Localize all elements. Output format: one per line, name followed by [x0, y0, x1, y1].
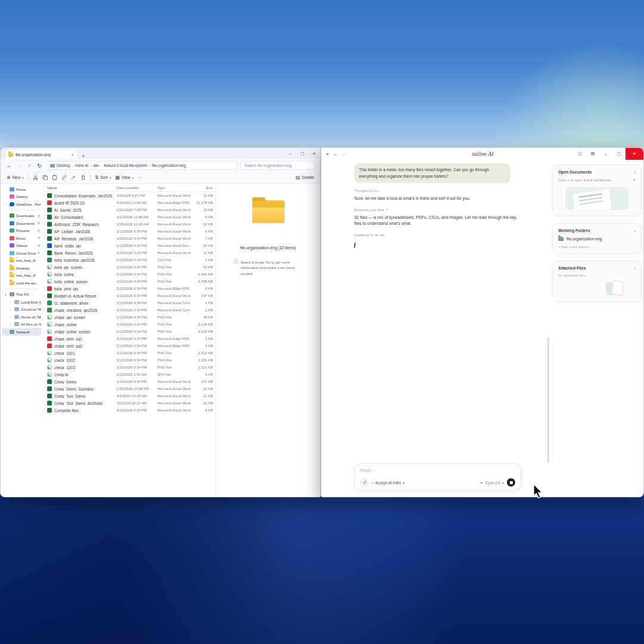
file-row[interactable]: Cindy_Demo 2/13/2026 9:34 PM Microsoft E…: [42, 378, 215, 385]
breadcrumb-item[interactable]: file-organization-eng: [152, 163, 186, 168]
sidebar-item[interactable]: multi-file-workflow: [2, 279, 41, 287]
view-button[interactable]: ▦ View ▾: [116, 175, 134, 180]
chevron-down-icon[interactable]: ▾: [634, 267, 636, 270]
sidebar-item[interactable]: Documents: [2, 219, 41, 227]
up-icon[interactable]: ↑: [26, 163, 33, 169]
more-options-icon[interactable]: ⋯: [138, 175, 142, 180]
breadcrumb-item[interactable]: Desktop: [57, 163, 70, 168]
explored-toggle[interactable]: Explored your files ▾: [354, 208, 522, 212]
tab-close-icon[interactable]: ✕: [71, 153, 74, 157]
file-row[interactable]: Cindy_Tool_Demo 3/4/2026 12:25 AM Micros…: [42, 392, 215, 400]
file-row[interactable]: Budget vs. Actual Report 2/13/2026 9:34 …: [42, 292, 215, 299]
back-icon[interactable]: ←: [333, 151, 338, 157]
file-row[interactable]: AR_Receipts_Jan2026 2/13/2026 9:34 PM Mi…: [42, 235, 215, 242]
sidebar-item[interactable]: › Network: [2, 328, 41, 336]
file-row[interactable]: acaldi IR 2023 Q1 6/24/2021 2:04 AM Micr…: [42, 199, 215, 206]
file-row[interactable]: cc_statement_amex 2/13/2026 9:34 PM Micr…: [42, 299, 215, 306]
minimize-button[interactable]: –: [599, 148, 612, 160]
sort-button[interactable]: ⇅ Sort ▾: [95, 175, 112, 180]
refresh-icon[interactable]: ↻: [36, 163, 43, 169]
file-row[interactable]: AI_Sands_2025 2/21/2026 7:28 PM Microsof…: [42, 206, 215, 213]
file-row[interactable]: check_1001 2/13/2026 9:34 PM PNG File 2,…: [42, 349, 215, 357]
file-row[interactable]: bank_notes_jan 2/13/2026 9:34 PM Microso…: [42, 242, 215, 249]
layout-icon[interactable]: ▤: [586, 148, 599, 160]
chevron-down-icon[interactable]: ▾: [634, 171, 636, 174]
cut-icon[interactable]: [33, 175, 38, 180]
stop-button[interactable]: [507, 478, 515, 487]
delete-icon[interactable]: [80, 175, 86, 180]
file-row[interactable]: chase_jan_screen 2/13/2026 9:34 PM PNG F…: [42, 314, 215, 321]
file-row[interactable]: Cindy_Demo_Scenario 2/15/2026 10:08 PM M…: [42, 385, 215, 392]
menu-icon[interactable]: ≡: [326, 151, 329, 157]
file-row[interactable]: chase_online 2/13/2026 9:34 PM PNG File …: [42, 321, 215, 328]
new-button[interactable]: ⊕ New ▾: [7, 175, 24, 180]
forward-icon[interactable]: →: [342, 151, 346, 157]
sidebar-item[interactable]: › Home on 'Mac' (Y:): [2, 313, 41, 321]
chat-scrollbar[interactable]: [547, 338, 549, 463]
file-row[interactable]: Cindy AI 2/22/2026 1:31 AM JPG File 9 KB: [42, 371, 215, 378]
close-button[interactable]: ✕: [308, 151, 320, 156]
minimize-button[interactable]: –: [284, 151, 296, 156]
file-row[interactable]: check_1002 2/13/2026 9:34 PM PNG File 2,…: [42, 357, 215, 364]
file-row[interactable]: Cindy_Tool_Demo_Archived 3/2/2026 12:21 …: [42, 400, 215, 407]
rename-icon[interactable]: [61, 175, 67, 180]
sidebar-item[interactable]: Videos: [2, 242, 41, 250]
explorer-tab[interactable]: file-organization-eng ✕: [5, 150, 77, 159]
search-input[interactable]: Search file-organization-eng: [240, 161, 315, 170]
model-selector[interactable]: ✦ Opus 4.6 ▾: [480, 481, 504, 485]
file-row[interactable]: check_1003 2/13/2026 9:34 PM PNG File 2,…: [42, 364, 215, 371]
add-folder-button[interactable]: + Add more folders...: [558, 244, 636, 249]
column-name[interactable]: Name: [42, 185, 117, 190]
sidebar-item[interactable]: Gallery: [2, 193, 41, 201]
breadcrumb-item[interactable]: feature-2-local-file-system: [104, 163, 147, 168]
file-row[interactable]: Consolidated_Expenses_Jan2026 3/9/2026 5…: [42, 192, 215, 199]
sidebar-item[interactable]: test_hwp_files: [2, 272, 41, 280]
close-button[interactable]: ✕: [626, 148, 643, 160]
maximize-button[interactable]: ▢: [296, 151, 308, 156]
file-row[interactable]: All_Consolidated 3/12/2026 11:48 AM Micr…: [42, 213, 215, 221]
accept-all-edits-button[interactable]: » Accept all edits ▾: [371, 481, 404, 485]
thought-toggle[interactable]: Thought for 1s ›: [354, 188, 522, 193]
sidebar-item[interactable]: › Local Disk (C:): [2, 298, 41, 306]
breadcrumb[interactable]: Desktop › inline AI › dev › feature-2-lo…: [46, 161, 237, 170]
new-tab-button[interactable]: +: [82, 153, 85, 159]
sidebar-item[interactable]: iCloud Drive (Mo...: [2, 249, 41, 257]
sidebar-item[interactable]: Home: [2, 185, 41, 193]
sidebar-item[interactable]: Downloads: [2, 212, 41, 220]
column-date-modified[interactable]: Date modified: [117, 186, 157, 190]
file-row[interactable]: Bank_Recon_Jan2026 2/13/2026 3:25 PM Mic…: [42, 249, 215, 256]
file-row[interactable]: bofa_business_jan2026 2/13/2026 9:34 PM …: [42, 256, 215, 264]
breadcrumb-item[interactable]: inline AI: [75, 163, 88, 168]
attach-button[interactable]: [360, 478, 369, 487]
reply-input[interactable]: Reply...: [360, 468, 515, 472]
column-size[interactable]: Size: [191, 186, 215, 190]
reply-composer[interactable]: Reply... » Accept all edits ▾ ✦ Opus 4.6…: [354, 463, 521, 491]
copy-icon[interactable]: [42, 175, 48, 180]
sidebar-item[interactable]: › All files on 'Mac' (Z:): [2, 321, 41, 329]
paste-icon[interactable]: [52, 175, 57, 180]
maximize-button[interactable]: ▢: [612, 148, 626, 160]
sidebar-item[interactable]: Desktop: [2, 264, 41, 272]
file-row[interactable]: bofa_online_screen 2/13/2026 9:34 PM PNG…: [42, 278, 215, 285]
file-row[interactable]: AP_Ledger_Jan2026 2/13/2026 9:34 PM Micr…: [42, 228, 215, 235]
file-row[interactable]: Anthropic_ZDR_Research 2/25/2026 12:45 A…: [42, 221, 215, 228]
sidebar-item[interactable]: ▾ This PC: [2, 291, 41, 299]
file-row[interactable]: Complete files 2/23/2026 6:29 PM Microso…: [42, 407, 215, 414]
sidebar-item[interactable]: Music: [2, 234, 41, 242]
panel-toggle-icon[interactable]: ❏: [573, 148, 586, 160]
chevron-down-icon[interactable]: ▾: [634, 229, 636, 233]
sidebar-item[interactable]: › OneDrive - Personal: [2, 200, 41, 208]
file-row[interactable]: bofa_stmt_jan 2/13/2026 9:34 PM Microsof…: [42, 285, 215, 292]
column-type[interactable]: Type: [157, 186, 191, 190]
sidebar-item[interactable]: Pictures: [2, 227, 41, 235]
add-document-button[interactable]: +: [633, 177, 636, 182]
working-folder-item[interactable]: file-organization-eng: [558, 237, 636, 241]
file-row[interactable]: bofa_online 2/13/2026 9:34 PM PNG File 2…: [42, 271, 215, 278]
breadcrumb-item[interactable]: dev: [93, 163, 99, 168]
file-row[interactable]: chase_stmt_pg1 2/13/2026 9:34 PM Microso…: [42, 335, 215, 342]
share-icon[interactable]: [71, 175, 76, 180]
back-icon[interactable]: ←: [5, 163, 13, 169]
sidebar-item[interactable]: › iCloud on 'Mac' (I:): [2, 306, 41, 314]
file-row[interactable]: bofa_jan_screen 2/13/2026 9:34 PM PNG Fi…: [42, 264, 215, 271]
forward-icon[interactable]: →: [16, 163, 23, 169]
